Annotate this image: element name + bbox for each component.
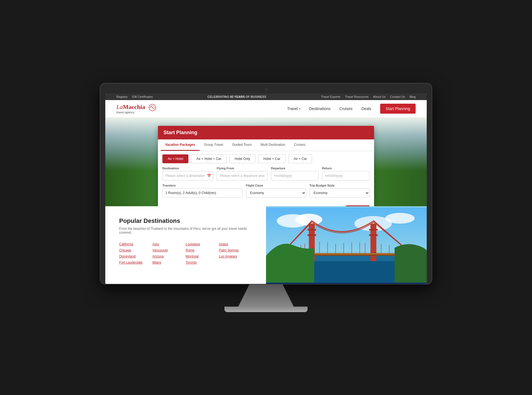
tab-cruises[interactable]: Cruises — [290, 139, 310, 151]
flight-class-label: Flight Class — [246, 184, 306, 187]
of-business-text: OF BUSINESS — [245, 95, 266, 98]
flight-class-group: Flight Class Economy Business First Clas… — [246, 184, 306, 198]
calendar-icon: 📅 — [207, 174, 211, 178]
subtab-hotel-car[interactable]: Hotel + Car — [258, 154, 286, 163]
destination-label: Destination — [162, 167, 213, 170]
travel-resources-link[interactable]: Travel Resources — [345, 95, 369, 98]
dest-miami[interactable]: Miami — [152, 259, 186, 266]
nav-cruises[interactable]: Cruises — [339, 106, 352, 111]
golden-gate-bridge-svg — [266, 206, 427, 284]
widget-form: Destination 📅 Flying From Departure — [158, 167, 374, 205]
popular-right — [266, 206, 427, 284]
logo[interactable]: LaMacchia travel agency — [116, 103, 157, 114]
flying-from-group: Flying From — [217, 167, 268, 180]
dest-montreal[interactable]: Montreal — [186, 253, 219, 259]
dest-toronto[interactable]: Toronto — [186, 259, 219, 266]
subtab-air-hotel[interactable]: Air + Hotel — [162, 154, 188, 163]
registry-link[interactable]: Registry — [116, 95, 127, 98]
return-label: Return — [322, 167, 370, 170]
departure-label: Departure — [271, 167, 319, 170]
travelers-group: Travelers 1 Room(s), 2 Adult(s), 0 Child… — [162, 184, 243, 198]
main-nav: LaMacchia travel agency Travel ▾ — [105, 100, 427, 118]
bridge-image — [266, 206, 427, 284]
svg-rect-14 — [369, 234, 378, 236]
nav-links: Travel ▾ Destinations Cruises Deals Star… — [287, 104, 416, 114]
dest-rome[interactable]: Rome — [186, 247, 219, 253]
departure-input[interactable] — [271, 171, 319, 180]
dest-louisiana[interactable]: Louisiana — [186, 241, 219, 247]
popular-section: Popular Destinations From the beaches of… — [105, 206, 427, 284]
dest-chicago[interactable]: Chicago — [119, 247, 152, 253]
destination-input[interactable] — [162, 171, 213, 180]
widget-main-tabs: Vacation Packages Group Travel Guided To… — [158, 139, 374, 151]
travel-dropdown-arrow: ▾ — [299, 107, 300, 110]
flight-class-select[interactable]: Economy Business First Class — [246, 188, 306, 198]
svg-rect-11 — [308, 229, 316, 231]
widget-header: Start Planning — [158, 126, 374, 139]
travel-experts-link[interactable]: Travel Experts — [321, 95, 341, 98]
subtab-air-hotel-car[interactable]: Air + Hotel + Car — [191, 154, 226, 163]
dest-disneyland[interactable]: Disneyland — [119, 253, 152, 259]
widget-title: Start Planning — [163, 130, 369, 136]
tab-multi-destination[interactable]: Multi Destination — [256, 139, 290, 151]
form-row-1: Destination 📅 Flying From Departure — [162, 167, 370, 180]
popular-left: Popular Destinations From the beaches of… — [105, 206, 266, 284]
dest-ixtapa[interactable]: Ixtapa — [219, 241, 252, 247]
tab-guided-tours[interactable]: Guided Tours — [227, 139, 256, 151]
destination-group: Destination 📅 — [162, 167, 213, 180]
popular-description: From the beaches of Thailand to the moun… — [119, 227, 252, 235]
budget-style-group: Trip Budget Style Economy Moderate Delux… — [310, 184, 370, 198]
dest-california[interactable]: California — [119, 241, 152, 247]
top-bar-right: Travel Experts Travel Resources About Us… — [321, 95, 416, 98]
top-bar-left: Registry Gift Certificates — [116, 95, 153, 98]
nav-deals[interactable]: Deals — [361, 106, 371, 111]
dest-los-angeles[interactable]: Los Angeles — [219, 253, 252, 259]
about-us-link[interactable]: About Us — [373, 95, 385, 98]
svg-rect-12 — [308, 234, 316, 236]
dest-arizona[interactable]: Arizona — [152, 253, 186, 259]
flying-from-input[interactable] — [217, 171, 268, 180]
years-bold: 92 YEARS — [230, 95, 245, 98]
top-bar-center: CELEBRATING 92 YEARS OF BUSINESS — [208, 95, 266, 98]
flying-from-label: Flying From — [217, 167, 268, 170]
planning-widget: Start Planning Vacation Packages Group T… — [158, 126, 374, 206]
departure-group: Departure — [271, 167, 319, 180]
contact-us-link[interactable]: Contact Us — [390, 95, 405, 98]
budget-select[interactable]: Economy Moderate Deluxe Luxury — [310, 188, 370, 198]
svg-point-8 — [385, 213, 415, 224]
celebrating-text: CELEBRATING — [208, 95, 230, 98]
start-planning-button[interactable]: Start Planning — [380, 104, 416, 114]
dest-vancouver[interactable]: Vancouver — [152, 247, 186, 253]
subtab-hotel-only[interactable]: Hotel Only — [229, 154, 255, 163]
return-group: Return — [322, 167, 370, 180]
tab-group-travel[interactable]: Group Travel — [200, 139, 227, 151]
dest-col-3: Ixtapa Palm Springs Los Angeles — [219, 241, 252, 266]
nav-destinations[interactable]: Destinations — [309, 106, 331, 111]
widget-subtabs: Air + Hotel Air + Hotel + Car Hotel Only… — [158, 151, 374, 167]
return-input[interactable] — [322, 171, 370, 180]
destinations-grid: California Chicago Disneyland Fort Laude… — [119, 241, 252, 266]
tab-vacation-packages[interactable]: Vacation Packages — [161, 139, 200, 151]
gift-certificates-link[interactable]: Gift Certificates — [132, 95, 153, 98]
dest-col-0: California Chicago Disneyland Fort Laude… — [119, 241, 152, 266]
blog-link[interactable]: Blog — [410, 95, 416, 98]
svg-rect-13 — [369, 229, 378, 231]
hero-section: Start Planning Vacation Packages Group T… — [105, 118, 427, 206]
popular-title: Popular Destinations — [119, 217, 252, 225]
subtab-air-car[interactable]: Air + Car — [288, 154, 312, 163]
nav-travel[interactable]: Travel ▾ — [287, 106, 300, 111]
dest-asia[interactable]: Asia — [152, 241, 186, 247]
destination-input-wrapper: 📅 — [162, 171, 213, 180]
travelers-label: Travelers — [162, 184, 243, 187]
dest-col-2: Louisiana Rome Montreal Toronto — [186, 241, 219, 266]
form-row-2: Travelers 1 Room(s), 2 Adult(s), 0 Child… — [162, 184, 370, 198]
top-bar: Registry Gift Certificates CELEBRATING 9… — [105, 93, 427, 100]
dest-fort-lauderdale[interactable]: Fort Lauderdale — [119, 259, 152, 266]
dest-col-1: Asia Vancouver Arizona Miami — [152, 241, 186, 266]
dest-palm-springs[interactable]: Palm Springs — [219, 247, 252, 253]
budget-label: Trip Budget Style — [310, 184, 370, 187]
travelers-value[interactable]: 1 Room(s), 2 Adult(s), 0 Child(ren) — [162, 188, 243, 198]
